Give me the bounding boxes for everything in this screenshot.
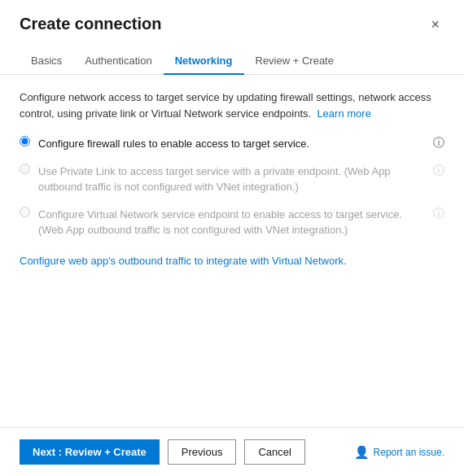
report-label: Report an issue. bbox=[374, 447, 444, 458]
create-connection-dialog: Create connection × Basics Authenticatio… bbox=[0, 0, 464, 476]
option-radio-3[interactable] bbox=[20, 207, 30, 217]
option-group: Configure firewall rules to enable acces… bbox=[20, 136, 444, 238]
footer: Next : Review + Create Previous Cancel 👤… bbox=[0, 427, 464, 476]
previous-button[interactable]: Previous bbox=[168, 439, 237, 465]
report-icon: 👤 bbox=[354, 445, 370, 460]
tab-authentication[interactable]: Authentication bbox=[73, 48, 163, 75]
dialog-title: Create connection bbox=[20, 15, 161, 33]
dialog-header: Create connection × bbox=[0, 0, 464, 33]
option-item-2: Use Private Link to access target servic… bbox=[20, 164, 444, 195]
option-label-3: Configure Virtual Network service endpoi… bbox=[38, 207, 430, 238]
option-radio-2[interactable] bbox=[20, 164, 30, 174]
tab-bar: Basics Authentication Networking Review … bbox=[0, 40, 464, 75]
content-area: Configure network access to target servi… bbox=[0, 75, 464, 427]
option-radio-1[interactable] bbox=[20, 136, 30, 146]
option-label-1: Configure firewall rules to enable acces… bbox=[38, 136, 430, 152]
info-icon-2[interactable]: ⓘ bbox=[433, 164, 444, 178]
info-icon-3[interactable]: ⓘ bbox=[433, 207, 444, 221]
close-button[interactable]: × bbox=[426, 15, 444, 33]
learn-more-link[interactable]: Learn more bbox=[317, 107, 370, 120]
report-link[interactable]: 👤 Report an issue. bbox=[354, 445, 444, 460]
tab-basics[interactable]: Basics bbox=[20, 48, 73, 75]
cancel-button[interactable]: Cancel bbox=[244, 439, 304, 465]
tab-networking[interactable]: Networking bbox=[164, 48, 244, 75]
tab-review-create[interactable]: Review + Create bbox=[244, 48, 345, 75]
description-text: Configure network access to target servi… bbox=[20, 90, 444, 121]
option-item-3: Configure Virtual Network service endpoi… bbox=[20, 207, 444, 238]
vnet-link-section: Configure web app's outbound traffic to … bbox=[20, 255, 444, 267]
info-icon-1[interactable]: ⓘ bbox=[433, 136, 444, 151]
next-button[interactable]: Next : Review + Create bbox=[20, 439, 160, 465]
option-label-2: Use Private Link to access target servic… bbox=[38, 164, 430, 195]
vnet-link[interactable]: Configure web app's outbound traffic to … bbox=[20, 255, 347, 267]
option-item-1: Configure firewall rules to enable acces… bbox=[20, 136, 444, 152]
